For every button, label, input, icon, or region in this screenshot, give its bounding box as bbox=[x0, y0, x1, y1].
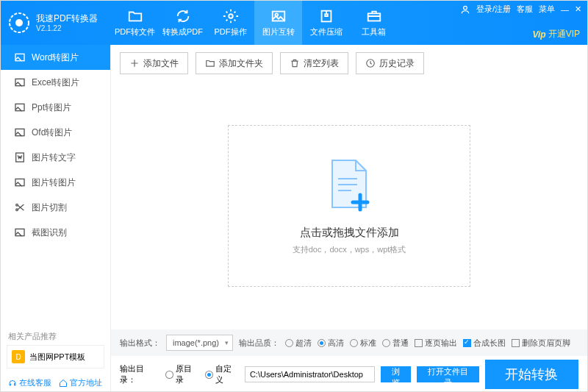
radio-icon bbox=[285, 339, 293, 347]
main-panel: 添加文件 添加文件夹 清空列表 历史记录 点击或拖拽文件添加 支持doc，doc… bbox=[111, 45, 587, 392]
recommend-logo-icon: D bbox=[12, 350, 25, 363]
headset-icon bbox=[8, 379, 17, 388]
image-icon bbox=[14, 177, 26, 188]
plus-icon bbox=[129, 58, 140, 68]
svg-point-15 bbox=[16, 209, 18, 211]
output-original-radio[interactable]: 原目录 bbox=[165, 363, 199, 385]
tab-compress[interactable]: 文件压缩 bbox=[302, 1, 350, 45]
login-link[interactable]: 登录/注册 bbox=[476, 4, 511, 15]
output-path-input[interactable] bbox=[245, 366, 375, 382]
history-button[interactable]: 历史记录 bbox=[356, 52, 424, 74]
toolbox-icon bbox=[366, 8, 382, 24]
quality-standard[interactable]: 标准 bbox=[350, 338, 376, 349]
clock-icon bbox=[365, 58, 376, 68]
header-right: 登录/注册 客服 菜单 — ✕ bbox=[460, 4, 581, 15]
quality-ultra[interactable]: 超清 bbox=[285, 338, 312, 349]
format-label: 输出格式： bbox=[120, 338, 160, 349]
add-file-button[interactable]: 添加文件 bbox=[120, 52, 188, 74]
drop-title: 点击或拖拽文件添加 bbox=[300, 226, 399, 240]
user-icon bbox=[460, 4, 470, 15]
svg-point-7 bbox=[464, 6, 467, 10]
svg-point-2 bbox=[229, 14, 233, 18]
vip-crown-icon: Vip bbox=[532, 29, 545, 40]
minimize-icon[interactable]: — bbox=[561, 5, 569, 14]
app-version: V2.1.22 bbox=[36, 24, 98, 32]
tab-to-pdf[interactable]: 转换成PDF bbox=[159, 1, 207, 45]
zip-icon bbox=[318, 8, 334, 24]
output-custom-radio[interactable]: 自定义 bbox=[205, 363, 239, 385]
radio-icon bbox=[318, 339, 326, 347]
logo-area: 我速PDF转换器 V2.1.22 bbox=[8, 12, 111, 34]
browse-button[interactable]: 浏览 bbox=[381, 366, 412, 382]
svg-rect-6 bbox=[368, 13, 380, 21]
word-icon bbox=[14, 152, 26, 163]
options-bar: 输出格式： image(*.png) 输出品质： 超清 高清 标准 普通 逐页输… bbox=[111, 329, 587, 356]
scissors-icon bbox=[14, 202, 26, 213]
quality-normal[interactable]: 普通 bbox=[382, 338, 409, 349]
top-tabs: PDF转文件 转换成PDF PDF操作 图片互转 文件压缩 工具箱 bbox=[111, 1, 398, 45]
app-name: 我速PDF转换器 bbox=[36, 13, 98, 24]
image-icon bbox=[14, 126, 26, 138]
refresh-icon bbox=[175, 8, 191, 24]
sidebar-item-screenshot-ocr[interactable]: 截图识别 bbox=[1, 220, 110, 245]
svg-point-1 bbox=[15, 19, 23, 26]
remove-hf-check[interactable]: 删除页眉页脚 bbox=[512, 338, 570, 349]
folder-icon bbox=[205, 58, 215, 68]
drop-box[interactable]: 点击或拖拽文件添加 支持doc，docx，wps，wpt格式 bbox=[228, 125, 470, 287]
output-dir-label: 输出目录： bbox=[120, 363, 159, 385]
trash-icon bbox=[290, 58, 300, 68]
official-site-link[interactable]: 官方地址 bbox=[59, 377, 102, 388]
image-icon bbox=[14, 76, 26, 88]
recommend-item[interactable]: D 当图网PPT模板 bbox=[7, 345, 104, 368]
convert-button[interactable]: 开始转换 bbox=[485, 360, 578, 389]
image-icon bbox=[14, 101, 26, 113]
sidebar-item-image-to-image[interactable]: 图片转图片 bbox=[1, 170, 110, 195]
menu-link[interactable]: 菜单 bbox=[539, 4, 555, 15]
quality-label: 输出品质： bbox=[239, 338, 279, 349]
clear-list-button[interactable]: 清空列表 bbox=[280, 52, 348, 74]
radio-icon bbox=[350, 339, 358, 347]
radio-icon bbox=[382, 339, 390, 347]
help-link[interactable]: 客服 bbox=[517, 4, 533, 15]
close-icon[interactable]: ✕ bbox=[575, 4, 581, 14]
app-logo-icon bbox=[8, 12, 30, 34]
quality-high[interactable]: 高清 bbox=[318, 338, 344, 349]
recommend-label: 相关产品推荐 bbox=[1, 328, 110, 345]
sidebar-item-ofd-to-image[interactable]: Ofd转图片 bbox=[1, 120, 110, 145]
checkbox-icon bbox=[512, 339, 520, 347]
format-select[interactable]: image(*.png) bbox=[166, 335, 233, 351]
online-service-link[interactable]: 在线客服 bbox=[8, 377, 51, 388]
tab-image-convert[interactable]: 图片互转 bbox=[254, 1, 302, 45]
add-folder-button[interactable]: 添加文件夹 bbox=[196, 52, 273, 74]
tab-toolbox[interactable]: 工具箱 bbox=[350, 1, 398, 45]
gear-icon bbox=[223, 8, 239, 24]
sidebar-item-image-cut[interactable]: 图片切割 bbox=[1, 195, 110, 220]
vip-button[interactable]: Vip 开通VIP bbox=[532, 28, 580, 40]
file-add-icon bbox=[323, 157, 375, 215]
sidebar-item-word-to-image[interactable]: Word转图片 bbox=[1, 45, 110, 70]
sidebar-item-excel-to-image[interactable]: Excel转图片 bbox=[1, 70, 110, 95]
output-bar: 输出目录： 原目录 自定义 浏览 打开文件目录 开始转换 bbox=[111, 356, 587, 392]
checkbox-icon bbox=[463, 339, 471, 347]
page-output-check[interactable]: 逐页输出 bbox=[415, 338, 457, 349]
folder-icon bbox=[127, 8, 143, 24]
checkbox-icon bbox=[415, 339, 423, 347]
tab-pdf-ops[interactable]: PDF操作 bbox=[207, 1, 254, 45]
open-folder-button[interactable]: 打开文件目录 bbox=[417, 366, 479, 382]
image-icon bbox=[14, 51, 26, 63]
radio-icon bbox=[165, 371, 173, 379]
home-icon bbox=[59, 379, 68, 388]
drop-subtitle: 支持doc，docx，wps，wpt格式 bbox=[293, 244, 406, 255]
svg-point-14 bbox=[16, 204, 18, 206]
merge-long-check[interactable]: 合成长图 bbox=[463, 338, 506, 349]
radio-icon bbox=[205, 371, 213, 379]
drop-area[interactable]: 点击或拖拽文件添加 支持doc，docx，wps，wpt格式 bbox=[111, 82, 587, 329]
tab-pdf-to-file[interactable]: PDF转文件 bbox=[111, 1, 159, 45]
sidebar-item-image-to-text[interactable]: 图片转文字 bbox=[1, 145, 110, 170]
sidebar: Word转图片 Excel转图片 Ppt转图片 Ofd转图片 图片转文字 图片转… bbox=[1, 45, 111, 392]
toolbar: 添加文件 添加文件夹 清空列表 历史记录 bbox=[111, 45, 587, 82]
sidebar-item-ppt-to-image[interactable]: Ppt转图片 bbox=[1, 95, 110, 120]
image-icon bbox=[14, 227, 26, 238]
app-header: 我速PDF转换器 V2.1.22 PDF转文件 转换成PDF PDF操作 图片互… bbox=[1, 1, 587, 45]
image-icon bbox=[270, 8, 287, 24]
